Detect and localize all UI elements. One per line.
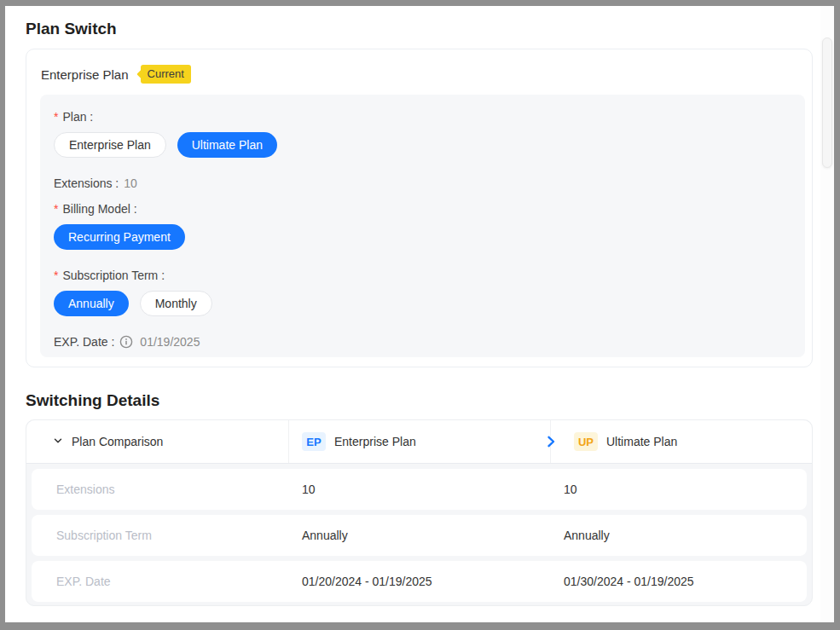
exp-date-value: 01/19/2025 <box>140 335 200 349</box>
term-option-annually[interactable]: Annually <box>54 291 129 316</box>
billing-option-recurring[interactable]: Recurring Payment <box>54 224 185 250</box>
term-option-monthly[interactable]: Monthly <box>140 291 212 316</box>
plan-switch-page: Plan Switch Enterprise Plan Current *Pla… <box>5 6 834 622</box>
switching-details-title: Switching Details <box>26 391 159 410</box>
required-marker: * <box>54 269 58 282</box>
plan-options: Enterprise Plan Ultimate Plan <box>54 132 791 158</box>
current-plan-header: Enterprise Plan Current <box>26 49 812 84</box>
exp-date-row: EXP. Date : 01/19/2025 <box>54 335 791 349</box>
to-plan-name: Ultimate Plan <box>606 435 677 448</box>
comparison-body: Extensions 10 10 Subscription Term Annua… <box>26 464 812 607</box>
ultimate-plan-badge: UP <box>574 432 598 451</box>
comparison-collapse-cell[interactable]: Plan Comparison <box>26 420 289 463</box>
scrollbar-thumb[interactable] <box>822 38 832 168</box>
plan-option-enterprise[interactable]: Enterprise Plan <box>54 132 166 158</box>
current-badge: Current <box>141 65 191 84</box>
plan-comparison-table: Plan Comparison EP Enterprise Plan UP Ul… <box>26 419 813 606</box>
chevron-down-icon <box>53 434 63 449</box>
plan-switch-card: Enterprise Plan Current *Plan : Enterpri… <box>26 49 813 367</box>
extensions-row: Extensions : 10 <box>54 176 791 190</box>
subscription-term-options: Annually Monthly <box>54 291 791 316</box>
required-marker: * <box>54 202 58 216</box>
to-plan-header: UP Ultimate Plan <box>551 420 812 463</box>
from-plan-header: EP Enterprise Plan <box>289 420 551 463</box>
vertical-scrollbar[interactable] <box>820 6 834 622</box>
table-row-subscription-term: Subscription Term Annually Annually <box>32 515 807 556</box>
billing-model-label: *Billing Model : <box>54 202 791 216</box>
subscription-term-label: *Subscription Term : <box>54 269 791 282</box>
required-marker: * <box>54 110 58 124</box>
plan-option-ultimate[interactable]: Ultimate Plan <box>177 132 277 158</box>
plan-options-panel: *Plan : Enterprise Plan Ultimate Plan Ex… <box>40 95 805 357</box>
extensions-label: Extensions : <box>54 176 119 190</box>
exp-date-label: EXP. Date : <box>54 335 114 349</box>
table-row-exp-date: EXP. Date 01/20/2024 - 01/19/2025 01/30/… <box>32 561 807 602</box>
comparison-header-row: Plan Comparison EP Enterprise Plan UP Ul… <box>26 420 812 464</box>
comparison-title: Plan Comparison <box>72 435 163 448</box>
page-title: Plan Switch <box>26 20 117 38</box>
enterprise-plan-badge: EP <box>302 432 326 451</box>
chevron-right-icon <box>544 435 558 448</box>
billing-model-options: Recurring Payment <box>54 224 791 250</box>
info-circle-icon[interactable] <box>119 335 133 349</box>
table-row-extensions: Extensions 10 10 <box>32 469 807 510</box>
current-plan-name: Enterprise Plan <box>41 67 129 82</box>
from-plan-name: Enterprise Plan <box>334 435 416 448</box>
plan-field-label: *Plan : <box>54 110 791 124</box>
extensions-value: 10 <box>124 176 137 190</box>
